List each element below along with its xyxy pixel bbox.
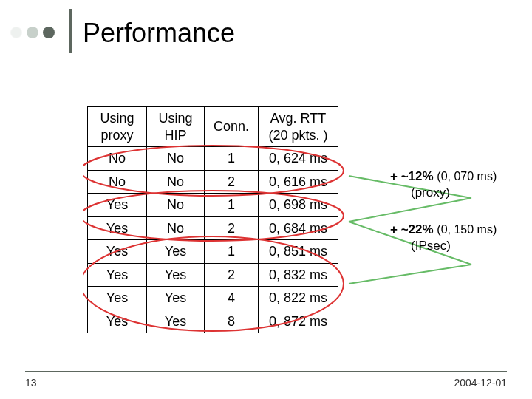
cell-conn: 8 <box>205 310 259 333</box>
svg-line-6 <box>349 265 471 284</box>
table-row: NoNo20, 616 ms <box>88 170 338 194</box>
col-header-proxy: Using proxy <box>88 107 147 147</box>
annotation-proxy: + ~12% (0, 070 ms) (proxy) <box>390 168 497 201</box>
bullet-icon <box>10 27 22 38</box>
col-header-rtt: Avg. RTT (20 pkts. ) <box>259 107 338 147</box>
cell-conn: 1 <box>205 194 259 217</box>
cell-rtt: 0, 684 ms <box>259 216 338 240</box>
cell-conn: 1 <box>205 240 259 264</box>
table-row: NoNo10, 624 ms <box>88 147 338 171</box>
table-row: YesNo20, 684 ms <box>88 216 338 240</box>
cell-conn: 2 <box>205 216 259 240</box>
annotation-ipsec-sub: (IPsec) <box>411 238 497 254</box>
cell-proxy: No <box>88 147 147 171</box>
cell-hip: No <box>147 147 205 171</box>
table-row: YesYes20, 832 ms <box>88 263 338 287</box>
slide-header: Performance <box>0 9 532 53</box>
cell-hip: Yes <box>147 310 205 333</box>
performance-table-wrap: Using proxy Using HIP Conn. Avg. RTT (20… <box>87 106 338 333</box>
annotation-proxy-detail: (0, 070 ms) <box>437 170 497 183</box>
table-row: YesNo10, 698 ms <box>88 194 338 217</box>
slide-date: 2004-12-01 <box>454 377 507 389</box>
table-row: YesYes10, 851 ms <box>88 240 338 264</box>
annotation-proxy-prefix: + ~12% <box>390 169 434 183</box>
decorative-bullets <box>10 27 55 38</box>
table-header-row: Using proxy Using HIP Conn. Avg. RTT (20… <box>88 107 338 147</box>
slide-number: 13 <box>25 377 37 389</box>
page-title: Performance <box>83 18 235 49</box>
cell-conn: 1 <box>205 147 259 171</box>
cell-hip: Yes <box>147 263 205 287</box>
col-header-conn: Conn. <box>205 107 259 147</box>
slide-footer: 13 2004-12-01 <box>0 371 532 389</box>
svg-line-4 <box>349 198 471 222</box>
cell-rtt: 0, 832 ms <box>259 263 338 287</box>
cell-conn: 4 <box>205 287 259 310</box>
cell-conn: 2 <box>205 170 259 194</box>
cell-rtt: 0, 698 ms <box>259 194 338 217</box>
cell-rtt: 0, 624 ms <box>259 147 338 171</box>
title-divider <box>69 9 72 53</box>
cell-proxy: Yes <box>88 263 147 287</box>
cell-hip: No <box>147 170 205 194</box>
col-header-hip: Using HIP <box>147 107 205 147</box>
cell-rtt: 0, 822 ms <box>259 287 338 310</box>
annotation-ipsec-prefix: + ~22% <box>390 222 434 236</box>
cell-proxy: Yes <box>88 287 147 310</box>
annotation-ipsec-detail: (0, 150 ms) <box>437 223 497 236</box>
cell-conn: 2 <box>205 263 259 287</box>
performance-table: Using proxy Using HIP Conn. Avg. RTT (20… <box>87 106 338 333</box>
cell-hip: No <box>147 194 205 217</box>
cell-hip: Yes <box>147 287 205 310</box>
cell-hip: Yes <box>147 240 205 264</box>
annotation-ipsec: + ~22% (0, 150 ms) (IPsec) <box>390 222 497 254</box>
cell-proxy: Yes <box>88 194 147 217</box>
cell-proxy: No <box>88 170 147 194</box>
cell-proxy: Yes <box>88 216 147 240</box>
table-row: YesYes80, 872 ms <box>88 310 338 333</box>
annotation-proxy-sub: (proxy) <box>411 185 497 201</box>
bullet-icon <box>27 27 38 38</box>
table-row: YesYes40, 822 ms <box>88 287 338 310</box>
cell-proxy: Yes <box>88 240 147 264</box>
cell-proxy: Yes <box>88 310 147 333</box>
cell-rtt: 0, 851 ms <box>259 240 338 264</box>
footer-divider <box>25 371 507 372</box>
bullet-icon <box>43 27 55 38</box>
cell-hip: No <box>147 216 205 240</box>
cell-rtt: 0, 872 ms <box>259 310 338 333</box>
cell-rtt: 0, 616 ms <box>259 170 338 194</box>
